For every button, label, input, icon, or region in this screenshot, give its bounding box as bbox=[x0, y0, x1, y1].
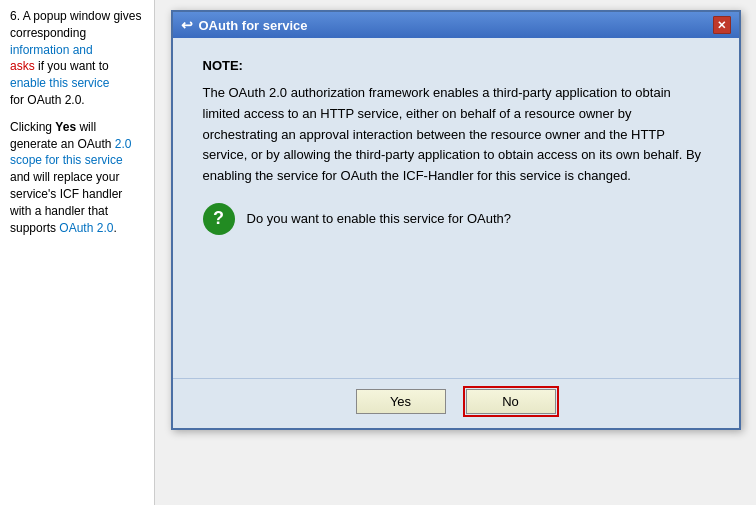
dialog-footer: Yes No bbox=[173, 378, 739, 428]
dialog-titlebar: ↩ OAuth for service ✕ bbox=[173, 12, 739, 38]
no-button[interactable]: No bbox=[466, 389, 556, 414]
question-icon: ? bbox=[203, 203, 235, 235]
dialog-note-label: NOTE: bbox=[203, 58, 709, 73]
left-paragraph-1: 6. A popup window gives corresponding in… bbox=[10, 8, 144, 109]
dialog-question-row: ? Do you want to enable this service for… bbox=[203, 203, 709, 235]
dialog-overlay: ↩ OAuth for service ✕ NOTE: The OAuth 2.… bbox=[155, 0, 756, 505]
highlight-asks: asks bbox=[10, 59, 35, 73]
highlight-enable: enable this service bbox=[10, 76, 109, 90]
oauth-dialog: ↩ OAuth for service ✕ NOTE: The OAuth 2.… bbox=[171, 10, 741, 430]
yes-emphasis: Yes bbox=[55, 120, 76, 134]
dialog-close-button[interactable]: ✕ bbox=[713, 16, 731, 34]
left-paragraph-2: Clicking Yes will generate an OAuth 2.0 … bbox=[10, 119, 144, 237]
left-panel: 6. A popup window gives corresponding in… bbox=[0, 0, 155, 505]
dialog-title-icon: ↩ bbox=[181, 17, 193, 33]
highlight-info: information and bbox=[10, 43, 93, 57]
highlight-scope: 2.0 scope for this service bbox=[10, 137, 131, 168]
dialog-title: OAuth for service bbox=[199, 18, 308, 33]
dialog-body: NOTE: The OAuth 2.0 authorization framew… bbox=[173, 38, 739, 378]
yes-button[interactable]: Yes bbox=[356, 389, 446, 414]
titlebar-left: ↩ OAuth for service bbox=[181, 17, 308, 33]
highlight-oauth: OAuth 2.0 bbox=[59, 221, 113, 235]
dialog-body-text: The OAuth 2.0 authorization framework en… bbox=[203, 83, 709, 187]
dialog-question-text: Do you want to enable this service for O… bbox=[247, 211, 511, 226]
